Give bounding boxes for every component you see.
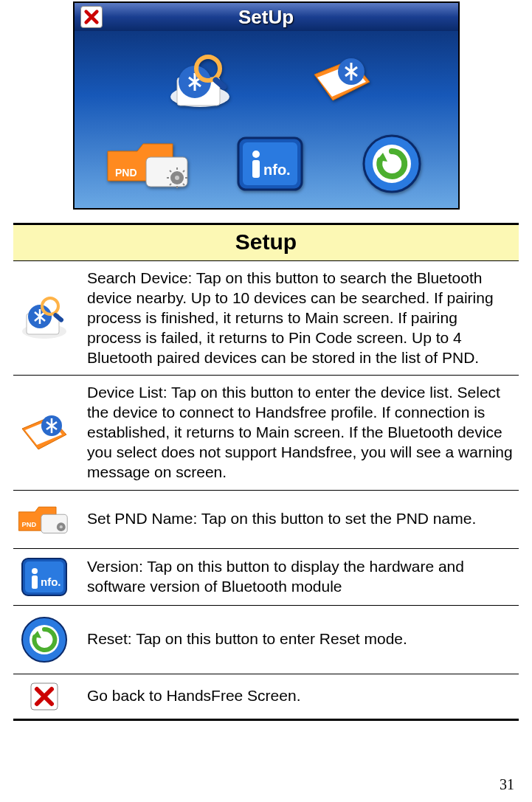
version-description: Version: Tap on this button to display t…	[87, 557, 516, 597]
search-device-icon	[16, 290, 72, 346]
svg-text:nfo.: nfo.	[41, 575, 61, 588]
device-list-icon	[300, 45, 381, 119]
pnd-folder-icon: PND	[100, 131, 196, 197]
set-pnd-name-description: Set PND Name: Tap on this button to set …	[87, 509, 516, 529]
version-info-button[interactable]: nfo.	[222, 127, 318, 201]
device-list-description: Device List: Tap on this button to enter…	[87, 383, 516, 482]
svg-rect-30	[32, 575, 38, 589]
svg-point-26	[60, 525, 63, 528]
svg-text:PND: PND	[22, 521, 37, 528]
table-row: Device List: Tap on this button to enter…	[13, 376, 519, 490]
table-row: PND Set PND Name: Tap on this button to …	[13, 491, 519, 549]
search-device-description: Search Device: Tap on this button to sea…	[87, 269, 516, 367]
table-row: Search Device: Tap on this button to sea…	[13, 261, 519, 376]
titlebar: SetUp	[75, 3, 458, 31]
set-pnd-name-button[interactable]: PND	[97, 127, 200, 201]
close-icon	[30, 682, 59, 711]
titlebar-title: SetUp	[238, 6, 294, 29]
reset-icon	[18, 613, 71, 666]
info-icon: nfo.	[229, 129, 311, 198]
page-number: 31	[500, 776, 514, 793]
svg-point-12	[252, 151, 260, 158]
device-setup-screen: SetUp	[73, 1, 460, 210]
close-button[interactable]	[80, 6, 103, 28]
search-device-button[interactable]	[156, 41, 244, 122]
info-icon: nfo.	[20, 556, 69, 598]
section-title: Setup	[13, 225, 519, 260]
reset-description: Reset: Tap on this button to enter Reset…	[87, 629, 516, 649]
svg-point-29	[32, 568, 38, 574]
reset-icon	[355, 129, 429, 198]
close-icon	[83, 9, 100, 25]
svg-rect-13	[252, 160, 260, 178]
device-list-button[interactable]	[296, 41, 384, 122]
svg-text:nfo.: nfo.	[263, 162, 291, 178]
table-row: nfo. Version: Tap on this button to disp…	[13, 549, 519, 606]
table-row: Go back to HandsFree Screen.	[13, 674, 519, 721]
svg-point-9	[175, 176, 179, 180]
device-list-icon	[16, 407, 72, 460]
reset-button[interactable]	[348, 127, 436, 201]
table-row: Reset: Tap on this button to enter Reset…	[13, 606, 519, 674]
svg-text:PND: PND	[115, 167, 137, 179]
close-description: Go back to HandsFree Screen.	[87, 686, 516, 706]
pnd-folder-icon: PND	[16, 498, 72, 541]
search-device-icon	[159, 45, 241, 119]
